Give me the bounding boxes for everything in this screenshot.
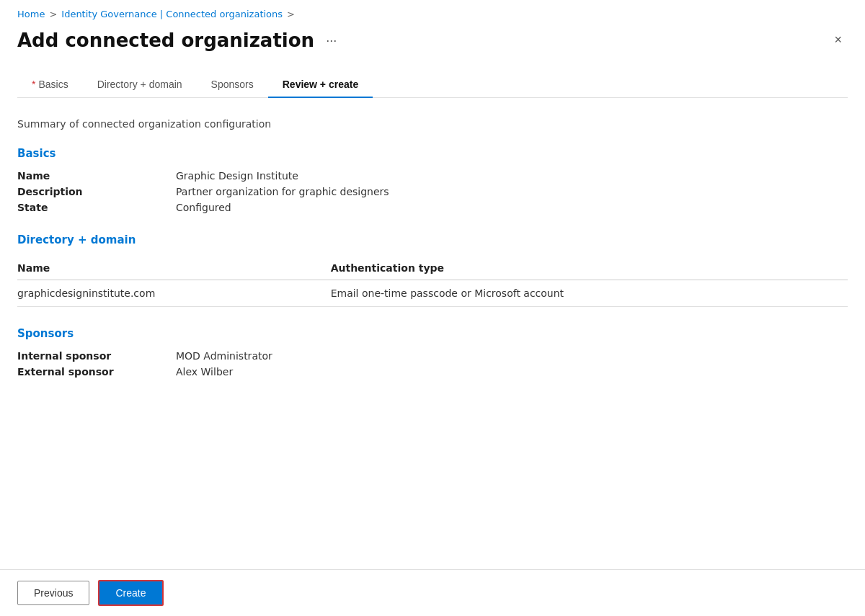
breadcrumb-identity-governance[interactable]: Identity Governance | Connected organiza… (61, 9, 283, 19)
field-external-sponsor: External sponsor Alex Wilber (17, 366, 848, 378)
directory-section-title: Directory + domain (17, 233, 848, 246)
basics-section: Basics Name Graphic Design Institute Des… (17, 147, 848, 213)
table-header-row: Name Authentication type (17, 256, 848, 280)
ellipsis-button[interactable]: ··· (321, 32, 341, 50)
sponsors-section: Sponsors Internal sponsor MOD Administra… (17, 327, 848, 378)
field-label-internal-sponsor: Internal sponsor (17, 350, 176, 362)
page-header: Add connected organization ··· × (17, 30, 848, 51)
field-internal-sponsor: Internal sponsor MOD Administrator (17, 350, 848, 362)
directory-table: Name Authentication type graphicdesignin… (17, 256, 848, 307)
field-value-internal-sponsor: MOD Administrator (176, 350, 272, 362)
field-name: Name Graphic Design Institute (17, 170, 848, 182)
field-state: State Configured (17, 202, 848, 213)
field-label-description: Description (17, 186, 176, 197)
main-content: Summary of connected organization config… (17, 118, 848, 455)
breadcrumb: Home > Identity Governance | Connected o… (17, 9, 848, 19)
summary-description: Summary of connected organization config… (17, 118, 848, 130)
create-button[interactable]: Create (98, 580, 163, 606)
field-label-name: Name (17, 170, 176, 182)
breadcrumb-home[interactable]: Home (17, 9, 45, 19)
page-title: Add connected organization (17, 30, 314, 51)
tab-basics[interactable]: *Basics (17, 71, 83, 97)
field-value-name: Graphic Design Institute (176, 170, 298, 182)
field-label-state: State (17, 202, 176, 213)
footer: Previous Create (0, 569, 865, 616)
field-description: Description Partner organization for gra… (17, 186, 848, 197)
cell-domain-name: graphicdesigninstitute.com (17, 280, 331, 307)
directory-domain-section: Directory + domain Name Authentication t… (17, 233, 848, 307)
field-value-external-sponsor: Alex Wilber (176, 366, 233, 378)
tab-directory-domain[interactable]: Directory + domain (83, 71, 197, 97)
basics-section-title: Basics (17, 147, 848, 160)
tab-sponsors[interactable]: Sponsors (197, 71, 268, 97)
field-label-external-sponsor: External sponsor (17, 366, 176, 378)
previous-button[interactable]: Previous (17, 581, 89, 605)
sponsors-section-title: Sponsors (17, 327, 848, 340)
tab-bar: *Basics Directory + domain Sponsors Revi… (17, 71, 848, 98)
col-header-auth-type: Authentication type (331, 256, 848, 280)
required-star: * (32, 79, 35, 90)
col-header-name: Name (17, 256, 331, 280)
cell-auth-type: Email one-time passcode or Microsoft acc… (331, 280, 848, 307)
field-value-description: Partner organization for graphic designe… (176, 186, 389, 197)
field-value-state: Configured (176, 202, 231, 213)
table-row: graphicdesigninstitute.com Email one-tim… (17, 280, 848, 307)
tab-review-create[interactable]: Review + create (268, 71, 373, 97)
close-button[interactable]: × (828, 30, 848, 50)
